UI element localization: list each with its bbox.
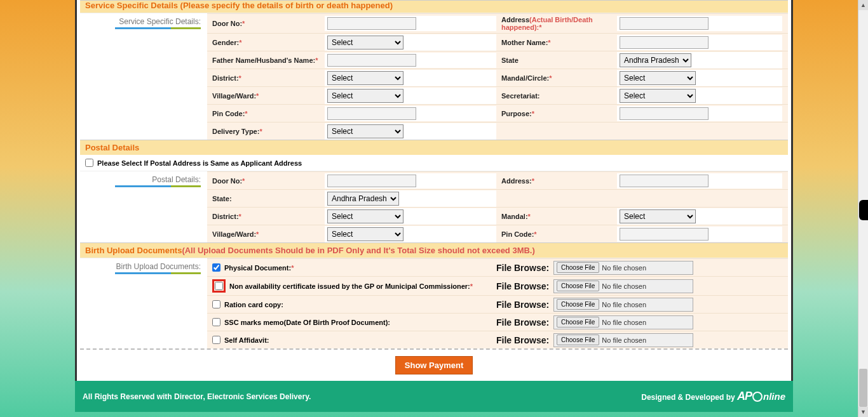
self-aff-file[interactable]: Choose File No file chosen <box>553 333 693 347</box>
physical-doc-file[interactable]: Choose File No file chosen <box>553 261 693 275</box>
district-select[interactable]: Select <box>327 71 403 85</box>
choose-file-btn-1[interactable]: Choose File <box>557 262 599 273</box>
delivery-type-label: Delivery Type: <box>212 128 259 135</box>
mandal-circle-select[interactable]: Select <box>620 71 696 85</box>
aponline-logo: APnline <box>737 390 785 403</box>
choose-file-btn-5[interactable]: Choose File <box>557 334 599 345</box>
file-browse-label-4: File Browse: <box>496 317 553 328</box>
upload-header: Birth Upload Documents(All Upload Docume… <box>80 242 788 258</box>
postal-district-select[interactable]: Select <box>327 209 403 223</box>
postal-pincode-label: Pin Code: <box>501 230 534 238</box>
father-husband-input[interactable] <box>327 54 416 67</box>
non-avail-checkbox[interactable] <box>215 282 223 290</box>
postal-state-label: State: <box>212 195 232 202</box>
ration-card-file[interactable]: Choose File No file chosen <box>553 298 693 312</box>
postal-door-no-input[interactable] <box>327 175 416 187</box>
state-select[interactable]: Andhra Pradesh <box>620 53 691 67</box>
purpose-label: Purpose: <box>501 110 532 117</box>
district-label: District: <box>212 74 239 82</box>
ssc-label: SSC marks memo(Date Of Birth Proof Docum… <box>224 319 390 326</box>
show-payment-button[interactable]: Show Payment <box>395 356 473 374</box>
ration-card-label: Ration card copy: <box>224 301 283 308</box>
scroll-thumb[interactable] <box>859 369 867 407</box>
file-browse-label-5: File Browse: <box>496 335 553 345</box>
postal-pincode-input[interactable] <box>620 228 709 241</box>
postal-address-input[interactable] <box>620 175 709 187</box>
village-ward-label: Village/Ward: <box>212 92 256 100</box>
file-status-1: No file chosen <box>602 264 646 272</box>
mother-name-label: Mother Name: <box>501 39 548 46</box>
mandal-circle-label: Mandal/Circle: <box>501 74 549 82</box>
scroll-down-icon[interactable]: ▼ <box>858 407 868 412</box>
non-avail-label: Non availability certificate issued by t… <box>229 282 473 290</box>
gender-label: Gender: <box>212 39 239 46</box>
non-avail-file[interactable]: Choose File No file chosen <box>553 279 693 293</box>
address-label: Address(Actual Birth/Death happened):* <box>501 16 593 31</box>
same-as-applicant-checkbox[interactable] <box>85 159 93 167</box>
same-as-applicant-label: Please Select If Postal Address is Same … <box>97 159 302 167</box>
postal-village-ward-label: Village/Ward: <box>212 230 256 238</box>
postal-village-ward-select[interactable]: Select <box>327 227 403 241</box>
ration-card-checkbox[interactable] <box>212 300 220 308</box>
purpose-input[interactable] <box>620 107 709 120</box>
postal-mandal-select[interactable]: Select <box>620 209 696 223</box>
footer: All Rights Reserved with Director, Elect… <box>75 381 793 412</box>
door-no-input[interactable] <box>327 17 416 30</box>
choose-file-btn-4[interactable]: Choose File <box>557 317 599 328</box>
file-browse-label-1: File Browse: <box>496 263 553 273</box>
side-tab[interactable] <box>859 200 868 220</box>
ssc-file[interactable]: Choose File No file chosen <box>553 315 693 329</box>
service-details-header: Service Specific Details (Please specify… <box>80 0 788 13</box>
service-details-side-label: Service Specific Details: <box>80 13 207 140</box>
secretariat-select[interactable]: Select <box>620 89 696 103</box>
father-husband-label: Father Name/Husband's Name: <box>212 56 315 64</box>
postal-state-select[interactable]: Andhra Pradesh <box>327 192 399 206</box>
postal-district-label: District: <box>212 213 239 220</box>
choose-file-btn-3[interactable]: Choose File <box>557 299 599 310</box>
postal-mandal-label: Mandal: <box>501 213 528 220</box>
postal-side-label: Postal Details: <box>80 171 207 242</box>
postal-address-label: Address: <box>501 177 532 185</box>
file-status-3: No file chosen <box>602 301 646 308</box>
gender-select[interactable]: Select <box>327 36 403 50</box>
file-status-5: No file chosen <box>602 336 646 344</box>
physical-doc-label: Physical Document:* <box>224 264 294 272</box>
scroll-up-icon[interactable]: ▲ <box>858 0 868 10</box>
state-label: State <box>501 56 519 64</box>
physical-doc-checkbox[interactable] <box>212 263 220 272</box>
postal-details-header: Postal Details <box>80 140 788 155</box>
self-aff-label: Self Affidavit: <box>224 336 269 344</box>
footer-right: Designed & Developed by APnline <box>641 390 785 403</box>
footer-left: All Rights Reserved with Director, Elect… <box>83 392 311 401</box>
file-browse-label-2: File Browse: <box>496 281 553 291</box>
mother-name-input[interactable] <box>620 36 709 49</box>
door-no-label: Door No: <box>212 20 242 27</box>
village-ward-select[interactable]: Select <box>327 89 403 103</box>
choose-file-btn-2[interactable]: Choose File <box>557 281 599 291</box>
secretariat-label: Secretariat: <box>501 92 540 100</box>
delivery-type-select[interactable]: Select <box>327 124 403 138</box>
file-browse-label-3: File Browse: <box>496 300 553 310</box>
pincode-input[interactable] <box>327 107 416 120</box>
self-aff-checkbox[interactable] <box>212 336 220 344</box>
pincode-label: Pin Code: <box>212 110 245 117</box>
upload-side-label: Birth Upload Documents: <box>80 258 207 348</box>
postal-door-no-label: Door No: <box>212 177 242 185</box>
file-status-4: No file chosen <box>602 319 646 326</box>
file-status-2: No file chosen <box>602 282 646 290</box>
address-input[interactable] <box>620 17 709 30</box>
ssc-checkbox[interactable] <box>212 318 220 326</box>
